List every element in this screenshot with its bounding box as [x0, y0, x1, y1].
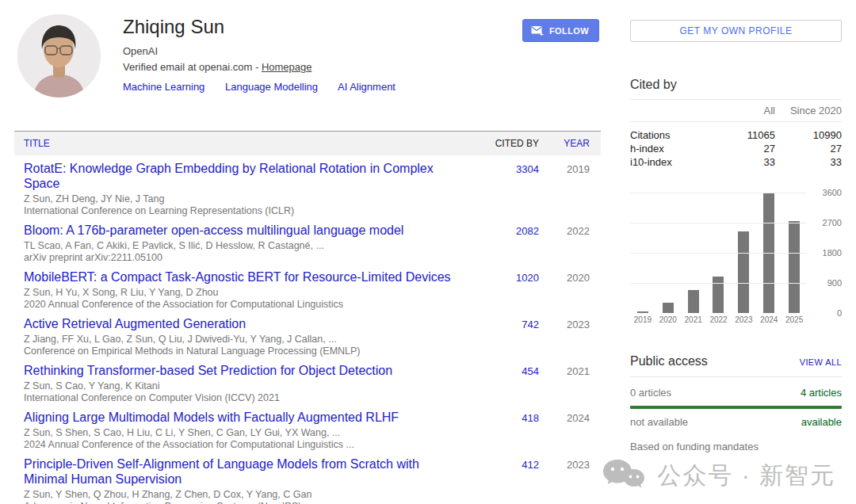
publication-title-link[interactable]: Active Retrieval Augmented Generation: [24, 316, 452, 331]
cited-by-heading[interactable]: Cited by: [630, 78, 842, 100]
publication-row: Principle-Driven Self-Alignment of Langu…: [14, 456, 601, 504]
sort-by-citations[interactable]: CITED BY: [452, 138, 539, 149]
chart-x-axis: 2019202020212022202320242025: [630, 315, 807, 324]
publications-table: TITLE CITED BY YEAR RotatE: Knowledge Gr…: [14, 131, 601, 504]
publication-row: Active Retrieval Augmented Generation Z …: [14, 316, 601, 357]
publication-info: RotatE: Knowledge Graph Embedding by Rel…: [24, 161, 452, 217]
publication-row: Aligning Large Multimodal Models with Fa…: [14, 410, 601, 451]
interest-language-modelling[interactable]: Language Modelling: [225, 81, 318, 93]
publication-title-link[interactable]: MobileBERT: a Compact Task-Agnostic BERT…: [24, 269, 452, 284]
citation-count-link[interactable]: 742: [452, 316, 539, 357]
publication-authors: Z Sun, S Shen, S Cao, H Liu, C Li, Y She…: [24, 427, 452, 439]
col-since-2020: Since 2020: [775, 105, 842, 116]
public-access-progress-bar: [630, 406, 842, 409]
stat-all: 11065: [720, 128, 775, 142]
publication-title-link[interactable]: Principle-Driven Self-Alignment of Langu…: [24, 456, 452, 487]
avatar[interactable]: [17, 14, 101, 97]
publication-authors: Z Jiang, FF Xu, L Gao, Z Sun, Q Liu, J D…: [24, 334, 452, 346]
x-tick-label: 2024: [756, 315, 781, 324]
profile-affiliation: OpenAI: [123, 45, 413, 57]
x-tick-label: 2023: [731, 315, 756, 324]
publication-venue: 2024 Annual Conference of the Associatio…: [24, 439, 452, 451]
sidebar: GET MY OWN PROFILE Cited by All Since 20…: [630, 20, 842, 452]
publication-row: MobileBERT: a Compact Task-Agnostic BERT…: [14, 269, 601, 311]
publication-venue: arXiv preprint arXiv:2211.05100: [24, 252, 452, 264]
citation-count-link[interactable]: 412: [452, 456, 539, 504]
profile-name: Zhiqing Sun: [123, 16, 413, 38]
citation-count-link[interactable]: 2082: [452, 223, 539, 264]
public-access-counts: 0 articles 4 articles: [630, 387, 842, 399]
publication-info: Aligning Large Multimodal Models with Fa…: [24, 410, 452, 451]
available-label: available: [801, 416, 842, 428]
publication-year: 2023: [539, 316, 601, 357]
publication-venue: Advances in Neural Information Processin…: [24, 501, 452, 504]
publication-authors: Z Sun, Y Shen, Q Zhou, H Zhang, Z Chen, …: [24, 489, 452, 501]
stat-row-h-index: h-index 27 27: [630, 142, 842, 155]
interest-ai-alignment[interactable]: AI Alignment: [338, 81, 396, 93]
y-tick-label: 900: [810, 278, 842, 288]
citation-count-link[interactable]: 454: [452, 363, 539, 404]
not-available-count: 0 articles: [630, 387, 671, 399]
svg-text:+: +: [540, 31, 544, 36]
publication-year: 2023: [539, 456, 601, 504]
get-my-own-profile-button[interactable]: GET MY OWN PROFILE: [630, 20, 842, 42]
sort-by-title[interactable]: TITLE: [24, 138, 452, 149]
citation-count-link[interactable]: 418: [452, 410, 539, 451]
publication-title-link[interactable]: Bloom: A 176b-parameter open-access mult…: [24, 223, 452, 238]
x-tick-label: 2019: [630, 315, 655, 324]
citation-count-link[interactable]: 1020: [452, 269, 539, 311]
cited-by-stats: Citations 11065 10990 h-index 27 27 i10-…: [630, 128, 842, 169]
publication-info: Principle-Driven Self-Alignment of Langu…: [24, 456, 452, 504]
stat-label: h-index: [630, 142, 720, 155]
x-tick-label: 2021: [681, 315, 706, 324]
interest-machine-learning[interactable]: Machine Learning: [123, 81, 204, 93]
public-access-labels: not available available: [630, 416, 842, 428]
homepage-link[interactable]: Homepage: [262, 61, 312, 73]
available-count[interactable]: 4 articles: [801, 387, 842, 399]
follow-button[interactable]: + FOLLOW: [522, 19, 599, 42]
publication-title-link[interactable]: Aligning Large Multimodal Models with Fa…: [24, 410, 452, 425]
stat-all: 33: [720, 155, 775, 169]
citation-bar-2023[interactable]: [738, 231, 749, 313]
publication-venue: International Conference on Computer Vis…: [24, 392, 452, 404]
x-tick-label: 2020: [655, 315, 681, 324]
y-tick-label: 3600: [810, 188, 842, 197]
stat-since: 10990: [775, 128, 842, 142]
publication-authors: TL Scao, A Fan, C Akiki, E Pavlick, S Il…: [24, 240, 452, 252]
verified-email-text: Verified email at openai.com -: [123, 61, 262, 73]
publication-info: Bloom: A 176b-parameter open-access mult…: [24, 223, 452, 264]
avatar-photo: [17, 14, 101, 97]
publication-venue: 2020 Annual Conference of the Associatio…: [24, 299, 452, 311]
citation-bar-2025[interactable]: [789, 221, 800, 313]
citation-count-link[interactable]: 3304: [452, 161, 539, 217]
publication-year: 2019: [539, 161, 601, 217]
citation-bar-2022[interactable]: [713, 277, 724, 313]
citation-bar-2019[interactable]: [637, 311, 648, 313]
publications-header: TITLE CITED BY YEAR: [14, 131, 601, 155]
publication-authors: Z Sun, H Yu, X Song, R Liu, Y Yang, D Zh…: [24, 287, 452, 299]
view-all-link[interactable]: VIEW ALL: [800, 357, 842, 367]
not-available-label: not available: [630, 416, 688, 428]
publication-info: Rethinking Transformer-based Set Predict…: [24, 363, 452, 404]
publications-rows: RotatE: Knowledge Graph Embedding by Rel…: [14, 161, 601, 504]
citation-bar-2020[interactable]: [663, 303, 674, 313]
publication-year: 2022: [539, 223, 601, 264]
publication-title-link[interactable]: RotatE: Knowledge Graph Embedding by Rel…: [24, 161, 452, 191]
publication-venue: International Conference on Learning Rep…: [24, 205, 452, 217]
watermark-text: 公众号 · 新智元: [657, 460, 835, 492]
publication-year: 2021: [539, 363, 601, 404]
cited-by-panel: Cited by All Since 2020 Citations 11065 …: [630, 78, 842, 327]
publication-authors: Z Sun, ZH Deng, JY Nie, J Tang: [24, 193, 452, 205]
publication-venue: Conference on Empirical Methods in Natur…: [24, 346, 452, 357]
stat-all: 27: [720, 142, 775, 155]
public-access-title: Public access: [630, 354, 708, 368]
stat-since: 27: [775, 142, 842, 155]
wechat-icon: [602, 458, 646, 493]
y-tick-label: 2700: [810, 218, 842, 227]
publication-row: RotatE: Knowledge Graph Embedding by Rel…: [14, 161, 601, 217]
sort-by-year[interactable]: YEAR: [539, 138, 601, 149]
publication-title-link[interactable]: Rethinking Transformer-based Set Predict…: [24, 363, 452, 378]
cited-by-title: Cited by: [630, 78, 677, 91]
citation-bar-2021[interactable]: [688, 290, 699, 313]
x-tick-label: 2022: [706, 315, 732, 324]
